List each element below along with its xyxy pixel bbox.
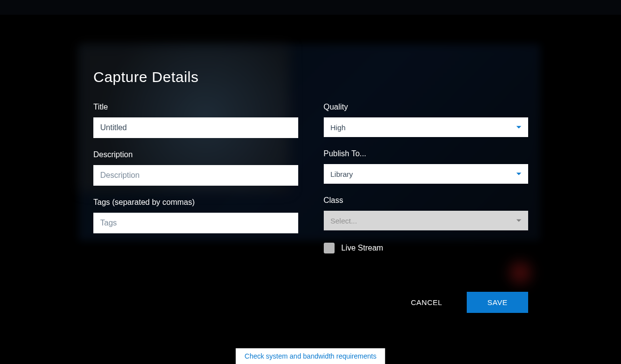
top-bar: [0, 0, 621, 15]
cancel-button[interactable]: CANCEL: [411, 298, 442, 307]
modal-title: Capture Details: [93, 69, 528, 85]
tags-field: Tags (separated by commas): [93, 198, 298, 233]
title-label: Title: [93, 103, 298, 112]
publish-select-value: Library: [331, 170, 353, 178]
quality-select[interactable]: High: [324, 117, 529, 137]
tags-label: Tags (separated by commas): [93, 198, 298, 207]
description-label: Description: [93, 150, 298, 159]
quality-field: Quality High: [324, 103, 529, 137]
publish-field: Publish To... Library: [324, 149, 529, 184]
modal-actions: CANCEL SAVE: [93, 292, 528, 313]
publish-select[interactable]: Library: [324, 164, 529, 184]
system-requirements-link[interactable]: Check system and bandwidth requirements: [245, 352, 376, 360]
class-select[interactable]: Select...: [324, 211, 529, 230]
left-column: Title Description Tags (separated by com…: [93, 103, 298, 253]
chevron-down-icon: [516, 126, 521, 129]
footer-banner: Check system and bandwidth requirements: [236, 348, 385, 364]
tags-input[interactable]: [93, 213, 298, 233]
form-columns: Title Description Tags (separated by com…: [93, 103, 528, 253]
description-input[interactable]: [93, 165, 298, 186]
capture-details-modal: Capture Details Title Description Tags (…: [93, 69, 528, 313]
chevron-down-icon: [516, 220, 521, 222]
live-stream-row: Live Stream: [324, 243, 529, 253]
quality-label: Quality: [324, 103, 529, 112]
chevron-down-icon: [516, 173, 521, 175]
class-field: Class Select...: [324, 196, 529, 230]
quality-select-value: High: [331, 123, 346, 132]
save-button[interactable]: SAVE: [467, 292, 528, 313]
description-field: Description: [93, 150, 298, 186]
title-field: Title: [93, 103, 298, 138]
title-input[interactable]: [93, 117, 298, 138]
live-stream-label: Live Stream: [341, 244, 383, 252]
right-column: Quality High Publish To... Library Class…: [324, 103, 529, 253]
live-stream-checkbox[interactable]: [324, 243, 335, 253]
publish-label: Publish To...: [324, 149, 529, 158]
class-label: Class: [324, 196, 529, 205]
class-select-value: Select...: [331, 217, 357, 225]
